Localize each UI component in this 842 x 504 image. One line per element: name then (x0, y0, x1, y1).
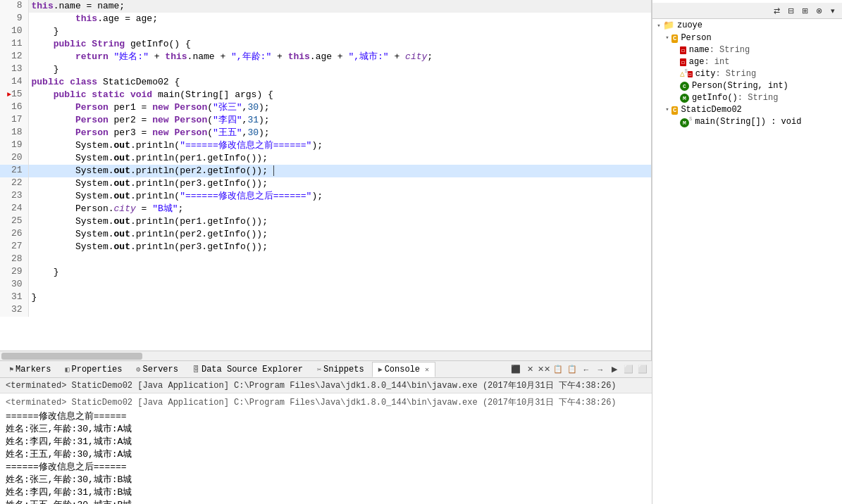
code-line: System.out.println(per1.getInfo()); (28, 152, 651, 165)
code-line: public class StaticDemo02 { (28, 76, 651, 89)
outline-settings-btn[interactable]: ▾ (826, 4, 839, 17)
code-line (28, 253, 651, 266)
tab-console[interactable]: ▶Console ✕ (372, 362, 435, 377)
code-line: System.out.println(per3.getInfo()); (28, 241, 651, 253)
outline-type: : String (710, 45, 750, 55)
table-row[interactable]: 16 Person per1 = new Person("张三",30); (0, 101, 651, 114)
tab-datasource[interactable]: 🗄Data Source Explorer (186, 362, 309, 377)
code-line: } (28, 266, 651, 279)
h-scrollbar-thumb (1, 353, 142, 360)
table-row[interactable]: 17 Person per2 = new Person("李四",31); (0, 114, 651, 127)
code-line: System.out.println(per1.getInfo()); (28, 215, 651, 228)
console-toolbar-btn-1[interactable]: ✕ (524, 363, 536, 376)
table-row[interactable]: 29 } (0, 266, 651, 279)
code-line: this.age = age; (28, 13, 651, 25)
console-label: Console (385, 365, 420, 374)
code-line: public String getInfo() { (28, 38, 651, 51)
console-toolbar-btn-0[interactable]: ⬛ (509, 363, 522, 376)
expand-triangle[interactable] (664, 106, 671, 113)
code-line: } (28, 291, 651, 304)
table-row[interactable]: 12 return "姓名:" + this.name + ",年龄:" + t… (0, 51, 651, 63)
outline-item[interactable]: MgetInfo() : String (652, 92, 842, 103)
line-number: 13 (0, 63, 28, 76)
outline-item[interactable]: CPerson (652, 32, 842, 44)
console-toolbar-btn-7[interactable]: ▶ (608, 363, 621, 376)
expand-triangle[interactable] (664, 34, 671, 42)
console-toolbar-btn-4[interactable]: 📋 (566, 363, 578, 376)
code-line: System.out.println(per2.getInfo()); (28, 228, 651, 241)
code-line: Person per1 = new Person("张三",30); (28, 101, 651, 114)
table-row[interactable]: 18 Person per3 = new Person("王五",30); (0, 127, 651, 139)
console-toolbar-btn-9[interactable]: ⬜ (636, 363, 649, 376)
outline-item[interactable]: ◻name : String (652, 44, 842, 56)
code-area[interactable]: 8this.name = name;9 this.age = age;10 }1… (0, 0, 651, 351)
markers-label: Markers (16, 365, 51, 374)
outline-label: Person (681, 33, 711, 43)
table-row[interactable]: 23 System.out.println("======修改信息之后=====… (0, 190, 651, 203)
tab-properties[interactable]: ◧Properties (58, 362, 128, 377)
table-row[interactable]: 10 } (0, 25, 651, 38)
outline-item[interactable]: MSmain(String[]) : void (652, 115, 842, 127)
table-row[interactable]: 32 (0, 304, 651, 317)
code-line: public static void main(String[] args) { (28, 89, 651, 101)
table-row[interactable]: 31} (0, 291, 651, 304)
table-row[interactable]: 28 (0, 253, 651, 266)
expand-btn[interactable]: ⊞ (798, 4, 811, 17)
outline-icon-static-method: MS (680, 116, 692, 127)
outline-type: : String (738, 93, 779, 103)
table-row[interactable]: 21 System.out.println(per2.getInfo()); (0, 165, 651, 177)
close-icon[interactable]: ✕ (425, 365, 429, 374)
tab-markers[interactable]: ⚑Markers (3, 362, 57, 377)
sync-btn[interactable]: ⇄ (770, 4, 783, 17)
tab-servers[interactable]: ⚙Servers (130, 362, 185, 377)
table-row[interactable]: 20 System.out.println(per1.getInfo()); (0, 152, 651, 165)
console-toolbar-btn-8[interactable]: ⬜ (622, 363, 635, 376)
code-line: return "姓名:" + this.name + ",年龄:" + this… (28, 51, 651, 63)
table-row[interactable]: 24 Person.city = "B城"; (0, 203, 651, 215)
tab-snippets[interactable]: ✂Snippets (311, 362, 371, 377)
console-output-line: 姓名:张三,年龄:30,城市:A城 (6, 423, 646, 436)
outline-item[interactable]: 📁zuoye (652, 19, 842, 32)
code-line: Person.city = "B城"; (28, 203, 651, 215)
line-number: 32 (0, 304, 28, 317)
table-row[interactable]: 25 System.out.println(per1.getInfo()); (0, 215, 651, 228)
table-row[interactable]: ►15 public static void main(String[] arg… (0, 89, 651, 101)
code-line: System.out.println(per2.getInfo()); (28, 165, 651, 177)
line-number: 23 (0, 190, 28, 203)
expand-triangle[interactable] (655, 22, 662, 29)
outline-item[interactable]: ◻age : int (652, 56, 842, 68)
table-row[interactable]: 19 System.out.println("======修改信息之前=====… (0, 139, 651, 152)
code-line: System.out.println(per3.getInfo()); (28, 177, 651, 190)
h-scrollbar-inner (1, 353, 650, 360)
table-row[interactable]: 11 public String getInfo() { (0, 38, 651, 51)
servers-icon: ⚙ (137, 365, 141, 374)
console-toolbar-btn-3[interactable]: 📋 (552, 363, 564, 376)
editor-left-split: 8this.name = name;9 this.age = age;10 }1… (0, 0, 652, 504)
filter-btn[interactable]: ⊗ (812, 4, 825, 17)
outline-item[interactable]: CPerson(String, int) (652, 80, 842, 92)
datasource-label: Data Source Explorer (202, 365, 303, 374)
outline-label: age (689, 57, 705, 67)
outline-item[interactable]: △S◻city : String (652, 68, 842, 80)
console-terminated-text: <terminated> StaticDemo02 [Java Applicat… (6, 379, 617, 391)
editor-panel: 8this.name = name;9 this.age = age;10 }1… (0, 0, 652, 360)
outline-item[interactable]: CStaticDemo02 (652, 103, 842, 115)
table-row[interactable]: 26 System.out.println(per2.getInfo()); (0, 228, 651, 241)
table-row[interactable]: 8this.name = name; (0, 0, 651, 13)
table-row[interactable]: 9 this.age = age; (0, 13, 651, 25)
code-line: } (28, 25, 651, 38)
table-row[interactable]: 27 System.out.println(per3.getInfo()); (0, 241, 651, 253)
h-scrollbar[interactable] (0, 351, 651, 360)
table-row[interactable]: 30 (0, 279, 651, 291)
console-toolbar-btn-6[interactable]: → (594, 363, 607, 376)
collapse-btn[interactable]: ⊟ (784, 4, 797, 17)
table-row[interactable]: 14public class StaticDemo02 { (0, 76, 651, 89)
table-row[interactable]: 13 } (0, 63, 651, 76)
outline-type: : int (704, 57, 729, 67)
console-toolbar-btn-2[interactable]: ✕✕ (538, 363, 550, 376)
console-toolbar-btn-5[interactable]: ← (580, 363, 593, 376)
line-number: 20 (0, 152, 28, 165)
table-row[interactable]: 22 System.out.println(per3.getInfo()); (0, 177, 651, 190)
console-output-line: 姓名:张三,年龄:30,城市:B城 (6, 474, 646, 486)
console-content[interactable]: <terminated> StaticDemo02 [Java Applicat… (0, 393, 652, 504)
